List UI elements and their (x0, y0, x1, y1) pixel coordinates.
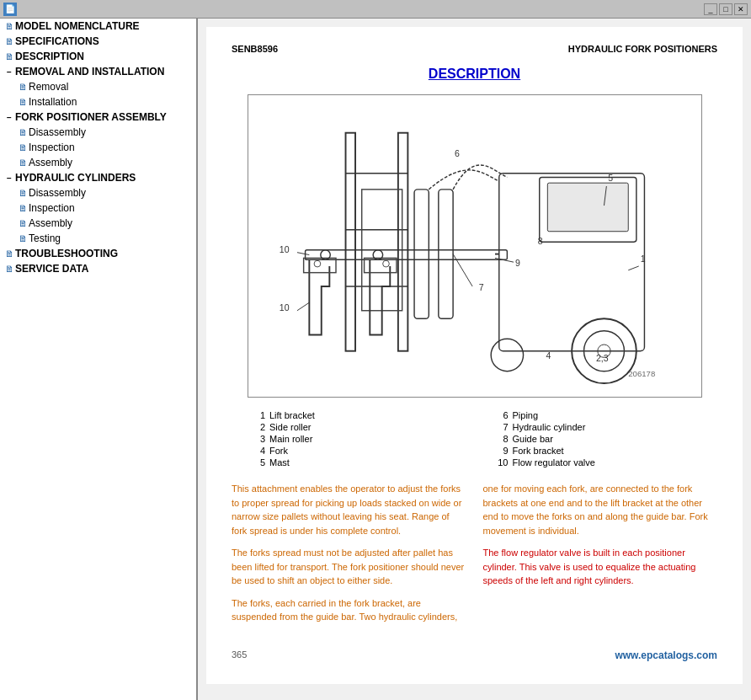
sidebar-item-model-nomenclature[interactable]: 🗎 MODEL NOMENCLATURE (0, 19, 196, 34)
parts-list: 1 Lift bracket 2 Side roller 3 Main roll… (248, 410, 717, 469)
sidebar-label-removal: Removal (29, 81, 68, 93)
part-num-8: 8 (492, 434, 509, 444)
sidebar-item-description[interactable]: 🗎 DESCRIPTION (0, 49, 196, 64)
part-num-2: 2 (248, 422, 265, 432)
svg-point-21 (314, 260, 321, 267)
sidebar-item-troubleshooting[interactable]: 🗎 TROUBLESHOOTING (0, 246, 196, 261)
doc-icon: 🗎 (17, 202, 29, 214)
maximize-button[interactable]: □ (719, 3, 732, 15)
sidebar-label-fp-inspection: Inspection (29, 142, 75, 153)
part-num-3: 3 (248, 434, 265, 444)
svg-text:206178: 206178 (628, 369, 655, 378)
svg-rect-14 (438, 190, 452, 318)
collapse-icon: − (3, 111, 15, 123)
part-label-8: Guide bar (513, 434, 553, 444)
minimize-button[interactable]: _ (704, 3, 717, 15)
part-row-6: 6 Piping (492, 410, 718, 420)
sidebar-item-removal[interactable]: 🗎 Removal (0, 79, 196, 94)
part-num-9: 9 (492, 446, 509, 456)
svg-text:2,3: 2,3 (595, 353, 608, 363)
svg-rect-13 (414, 190, 429, 318)
svg-text:10: 10 (279, 244, 289, 254)
part-label-3: Main roller (269, 434, 312, 444)
sidebar-item-specifications[interactable]: 🗎 SPECIFICATIONS (0, 34, 196, 49)
part-label-4: Fork (269, 446, 288, 456)
doc-icon: 🗎 (3, 263, 15, 275)
sidebar-item-hc-disassembly[interactable]: 🗎 Disassembly (0, 185, 196, 200)
part-row-10: 10 Flow regulator valve (492, 457, 718, 468)
sidebar-label-hc-inspection: Inspection (29, 202, 75, 214)
sidebar-label-model-nomenclature: MODEL NOMENCLATURE (15, 20, 140, 32)
sidebar: 🗎 MODEL NOMENCLATURE 🗎 SPECIFICATIONS 🗎 … (0, 19, 198, 700)
sidebar-item-hc-inspection[interactable]: 🗎 Inspection (0, 200, 196, 216)
forklift-svg: 10 8 10 7 9 1 5 (257, 104, 693, 388)
sidebar-item-service-data[interactable]: 🗎 SERVICE DATA (0, 261, 196, 276)
doc-icon: 🗎 (3, 20, 15, 32)
svg-line-29 (453, 254, 472, 286)
doc-icon: 🗎 (17, 217, 29, 229)
sidebar-item-installation[interactable]: 🗎 Installation (0, 94, 196, 110)
svg-text:10: 10 (279, 302, 289, 313)
sidebar-item-fp-assembly[interactable]: 🗎 Assembly (0, 155, 196, 170)
svg-text:8: 8 (537, 236, 542, 246)
app-icon: 📄 (3, 3, 17, 16)
page-number-left: 365 (232, 649, 247, 661)
doc-number: SENB8596 (232, 44, 278, 54)
sidebar-item-hc-assembly[interactable]: 🗎 Assembly (0, 216, 196, 231)
svg-point-4 (491, 339, 523, 371)
doc-icon: 🗎 (3, 35, 15, 47)
part-row-2: 2 Side roller (248, 422, 475, 432)
watermark: www.epcatalogs.com (615, 649, 717, 661)
sidebar-item-hydraulic-cylinders[interactable]: − HYDRAULIC CYLINDERS (0, 170, 196, 185)
main-area: 🗎 MODEL NOMENCLATURE 🗎 SPECIFICATIONS 🗎 … (0, 19, 751, 700)
desc-col-left: This attachment enables the operator to … (232, 482, 466, 633)
part-num-4: 4 (248, 446, 265, 456)
part-label-9: Fork bracket (513, 446, 564, 456)
doc-icon: 🗎 (3, 51, 15, 62)
collapse-icon: − (3, 66, 15, 77)
sidebar-label-hydraulic-cylinders: HYDRAULIC CYLINDERS (15, 172, 136, 184)
sidebar-label-hc-testing: Testing (29, 232, 61, 244)
sidebar-label-installation: Installation (29, 96, 77, 108)
svg-text:7: 7 (478, 282, 483, 292)
sidebar-label-specifications: SPECIFICATIONS (15, 35, 99, 47)
doc-icon: 🗎 (17, 81, 29, 93)
svg-text:9: 9 (514, 258, 519, 268)
svg-text:1: 1 (640, 254, 645, 264)
doc-icon: 🗎 (17, 142, 29, 153)
collapse-icon: − (3, 172, 15, 184)
doc-icon: 🗎 (17, 126, 29, 138)
desc-col-right: one for moving each fork, are connected … (483, 482, 718, 633)
close-button[interactable]: ✕ (734, 3, 748, 15)
sidebar-label-fp-assembly: Assembly (29, 157, 72, 168)
part-label-5: Mast (269, 457, 290, 468)
doc-icon: 🗎 (3, 248, 15, 259)
doc-icon: 🗎 (17, 187, 29, 199)
desc-para-1: This attachment enables the operator to … (232, 482, 466, 537)
sidebar-item-fp-inspection[interactable]: 🗎 Inspection (0, 140, 196, 155)
sidebar-label-hc-assembly: Assembly (29, 217, 72, 229)
sidebar-item-hc-testing[interactable]: 🗎 Testing (0, 231, 196, 246)
svg-line-27 (296, 302, 308, 311)
part-label-7: Hydraulic cylinder (513, 422, 586, 432)
svg-rect-7 (345, 133, 355, 351)
part-row-3: 3 Main roller (248, 434, 475, 444)
svg-line-33 (628, 266, 638, 270)
page-content: SENB8596 HYDRAULIC FORK POSITIONERS DESC… (206, 27, 743, 684)
sidebar-item-removal-installation[interactable]: − REMOVAL AND INSTALLATION (0, 64, 196, 79)
sidebar-item-fp-disassembly[interactable]: 🗎 Disassembly (0, 125, 196, 140)
sidebar-label-troubleshooting: TROUBLESHOOTING (15, 248, 118, 259)
sidebar-label-removal-installation: REMOVAL AND INSTALLATION (15, 66, 164, 77)
sidebar-label-service-data: SERVICE DATA (15, 263, 88, 275)
part-row-9: 9 Fork bracket (492, 446, 718, 456)
svg-text:5: 5 (608, 173, 613, 183)
part-row-4: 4 Fork (248, 446, 475, 456)
svg-point-22 (382, 260, 389, 267)
page-header: SENB8596 HYDRAULIC FORK POSITIONERS (232, 44, 717, 54)
part-num-6: 6 (492, 410, 509, 420)
sidebar-item-fork-positioner[interactable]: − FORK POSITIONER ASSEMBLY (0, 110, 196, 125)
desc-para-2: The forks spread must not be adjusted af… (232, 546, 466, 588)
desc-para-4: one for moving each fork, are connected … (483, 482, 718, 537)
part-num-7: 7 (492, 422, 509, 432)
doc-icon: 🗎 (17, 232, 29, 244)
